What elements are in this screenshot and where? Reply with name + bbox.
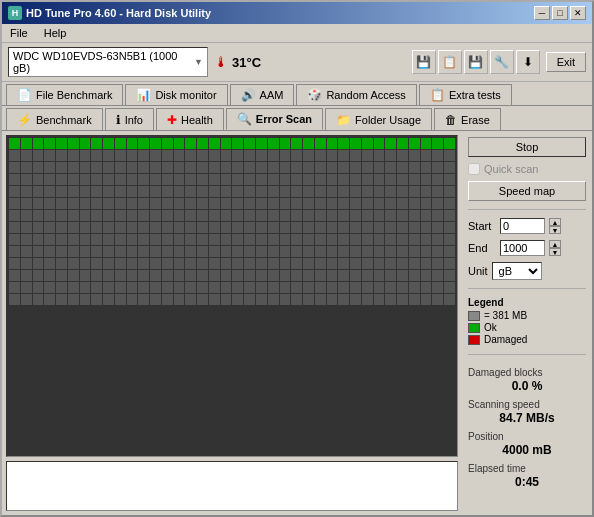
scanning-speed-label: Scanning speed <box>468 399 586 410</box>
grid-cell <box>44 222 55 233</box>
grid-cell <box>327 234 338 245</box>
unit-select[interactable]: gB MB <box>492 262 542 280</box>
grid-cell <box>150 294 161 305</box>
stop-button[interactable]: Stop <box>468 137 586 157</box>
grid-cell <box>444 150 455 161</box>
grid-cell <box>362 270 373 281</box>
grid-cell <box>385 234 396 245</box>
grid-cell <box>162 150 173 161</box>
tab-extra-tests[interactable]: 📋 Extra tests <box>419 84 512 105</box>
exit-button[interactable]: Exit <box>546 52 586 72</box>
grid-cell <box>374 174 385 185</box>
tab-error-scan[interactable]: 🔍 Error Scan <box>226 108 323 130</box>
grid-cell <box>56 210 67 221</box>
grid-cell <box>362 294 373 305</box>
start-input[interactable] <box>500 218 545 234</box>
tab-file-benchmark[interactable]: 📄 File Benchmark <box>6 84 123 105</box>
grid-cell <box>256 246 267 257</box>
grid-cell <box>56 294 67 305</box>
tab-erase[interactable]: 🗑 Erase <box>434 108 501 130</box>
tab-random-access[interactable]: 🎲 Random Access <box>296 84 416 105</box>
grid-cell <box>115 186 126 197</box>
grid-cell <box>44 270 55 281</box>
grid-cell <box>221 138 232 149</box>
grid-cell <box>56 162 67 173</box>
grid-cell <box>397 138 408 149</box>
stat-elapsed-time: Elapsed time 0:45 <box>468 463 586 489</box>
grid-cell <box>432 198 443 209</box>
scan-grid <box>6 135 458 457</box>
tab-aam[interactable]: 🔊 AAM <box>230 84 295 105</box>
drive-select[interactable]: WDC WD10EVDS-63N5B1 (1000 gB) ▼ <box>8 47 208 77</box>
grid-cell <box>174 234 185 245</box>
quick-scan-checkbox[interactable] <box>468 163 480 175</box>
download-icon-btn[interactable]: ⬇ <box>516 50 540 74</box>
grid-cell <box>162 246 173 257</box>
grid-cell <box>127 282 138 293</box>
grid-cell <box>232 186 243 197</box>
tab-disk-monitor[interactable]: 📊 Disk monitor <box>125 84 227 105</box>
grid-cell <box>350 186 361 197</box>
grid-cell <box>268 258 279 269</box>
grid-cell <box>174 282 185 293</box>
grid-cell <box>80 150 91 161</box>
grid-cell <box>280 294 291 305</box>
minimize-button[interactable]: ─ <box>534 6 550 20</box>
grid-cell <box>80 258 91 269</box>
stats-section: Damaged blocks 0.0 % Scanning speed 84.7… <box>468 367 586 495</box>
grid-cell <box>362 258 373 269</box>
grid-cell <box>150 174 161 185</box>
tab-benchmark[interactable]: ⚡ Benchmark <box>6 108 103 130</box>
tab-health[interactable]: ✚ Health <box>156 108 224 130</box>
grid-cell <box>80 282 91 293</box>
grid-cell <box>362 138 373 149</box>
clipboard-icon-btn[interactable]: 📋 <box>438 50 462 74</box>
tab-aam-label: AAM <box>260 89 284 101</box>
grid-cell <box>150 234 161 245</box>
menu-help[interactable]: Help <box>40 26 71 40</box>
grid-cell <box>174 210 185 221</box>
grid-cell <box>280 234 291 245</box>
grid-cell <box>209 174 220 185</box>
save2-icon-btn[interactable]: 💾 <box>464 50 488 74</box>
grid-cell <box>150 282 161 293</box>
grid-cell <box>185 174 196 185</box>
grid-cell <box>280 138 291 149</box>
end-down-btn[interactable]: ▼ <box>549 248 561 256</box>
grid-cell <box>280 210 291 221</box>
stat-scanning-speed: Scanning speed 84.7 MB/s <box>468 399 586 425</box>
grid-cell <box>103 138 114 149</box>
grid-cell <box>327 162 338 173</box>
grid-cell <box>9 210 20 221</box>
grid-cell <box>44 138 55 149</box>
speed-map-button[interactable]: Speed map <box>468 181 586 201</box>
start-down-btn[interactable]: ▼ <box>549 226 561 234</box>
grid-cell <box>56 186 67 197</box>
grid-cell <box>138 198 149 209</box>
grid-cell <box>197 198 208 209</box>
tools-icon-btn[interactable]: 🔧 <box>490 50 514 74</box>
grid-cell <box>33 270 44 281</box>
start-up-btn[interactable]: ▲ <box>549 218 561 226</box>
side-panel: Stop Quick scan Speed map Start ▲ ▼ End <box>462 131 592 515</box>
tab-folder-usage[interactable]: 📁 Folder Usage <box>325 108 432 130</box>
grid-cell <box>385 198 396 209</box>
end-input[interactable] <box>500 240 545 256</box>
save-icon-btn[interactable]: 💾 <box>412 50 436 74</box>
maximize-button[interactable]: □ <box>552 6 568 20</box>
legend-title: Legend <box>468 297 586 308</box>
grid-cell <box>256 282 267 293</box>
close-button[interactable]: ✕ <box>570 6 586 20</box>
end-up-btn[interactable]: ▲ <box>549 240 561 248</box>
toolbar-icons: 💾 📋 💾 🔧 ⬇ <box>412 50 540 74</box>
grid-cell <box>338 258 349 269</box>
menu-file[interactable]: File <box>6 26 32 40</box>
grid-cell <box>315 258 326 269</box>
tab-info[interactable]: ℹ Info <box>105 108 154 130</box>
grid-cell <box>421 222 432 233</box>
grid-cell <box>432 186 443 197</box>
grid-cell <box>68 210 79 221</box>
grid-cell <box>68 246 79 257</box>
grid-cell <box>327 258 338 269</box>
grid-cell <box>374 138 385 149</box>
